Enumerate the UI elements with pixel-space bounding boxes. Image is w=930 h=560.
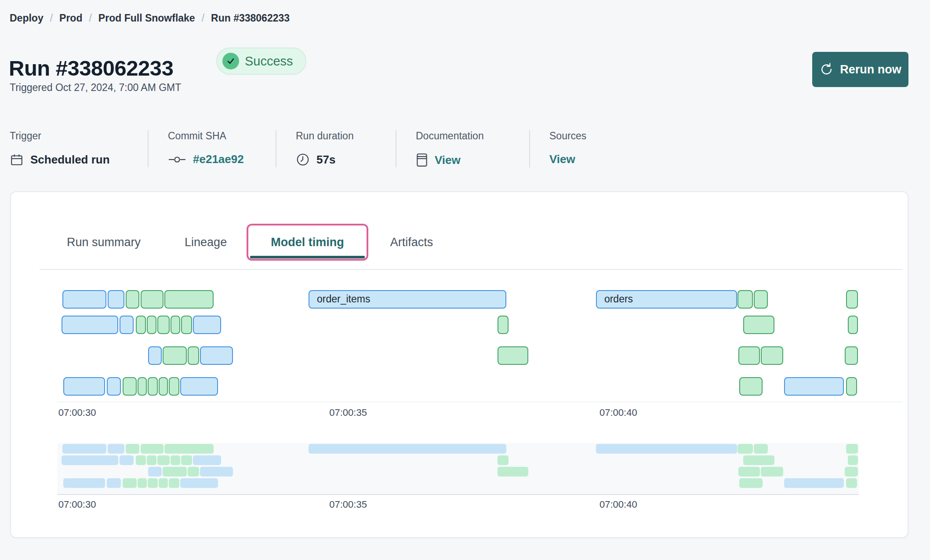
- gantt-bar[interactable]: [163, 346, 187, 365]
- run-meta-row: Trigger Scheduled run Commit SHA #e21ae9…: [10, 130, 643, 167]
- overview-bar: [169, 478, 179, 488]
- gantt-bar[interactable]: [107, 377, 121, 396]
- gantt-bar[interactable]: [138, 377, 147, 396]
- gantt-bar[interactable]: [136, 316, 146, 334]
- overview-bar: [148, 478, 158, 488]
- overview-row: [57, 444, 859, 454]
- sources-view-link[interactable]: View: [549, 153, 575, 166]
- gantt-bar[interactable]: [141, 290, 163, 309]
- gantt-bar[interactable]: [498, 346, 528, 365]
- gantt-bar[interactable]: [169, 377, 179, 396]
- overview-bar: [163, 467, 187, 476]
- gantt-bar[interactable]: [108, 290, 124, 309]
- gantt-bar[interactable]: [743, 316, 774, 334]
- gantt-bar[interactable]: [846, 290, 858, 309]
- overview-bar: [107, 478, 121, 488]
- model-timing-highlight-box: Model timing: [247, 224, 368, 261]
- gantt-bar[interactable]: [188, 346, 199, 365]
- gantt-bar[interactable]: [845, 346, 858, 365]
- axis-tick: 07:00:30: [58, 499, 96, 510]
- gantt-row: [57, 346, 859, 365]
- breadcrumb-environment[interactable]: Prod Full Snowflake: [98, 12, 195, 24]
- overview-bar: [784, 478, 844, 488]
- gantt-bar[interactable]: [761, 346, 783, 365]
- overview-bar: [846, 478, 857, 488]
- overview-bar: [108, 444, 124, 454]
- run-detail-page: Deploy / Prod / Prod Full Snowflake / Ru…: [0, 0, 930, 560]
- overview-bar: [846, 444, 858, 454]
- tab-lineage[interactable]: Lineage: [185, 236, 227, 249]
- overview-axis-labels: 07:00:3007:00:3507:00:40: [57, 499, 859, 512]
- gantt-bar[interactable]: [120, 316, 134, 334]
- overview-bar: [159, 478, 168, 488]
- axis-tick: 07:00:30: [58, 407, 96, 418]
- gantt-bar[interactable]: [159, 377, 168, 396]
- gantt-bar[interactable]: [148, 346, 162, 365]
- status-badge: Success: [216, 47, 306, 75]
- gantt-bar[interactable]: orders: [596, 290, 737, 309]
- overview-bar: [180, 478, 218, 488]
- meta-documentation-label: Documentation: [416, 130, 529, 142]
- gantt-bar[interactable]: [738, 346, 760, 365]
- gantt-bar[interactable]: [148, 377, 158, 396]
- gantt-bar[interactable]: [846, 377, 857, 396]
- gantt-bar[interactable]: [737, 290, 753, 309]
- gantt-bar[interactable]: [754, 290, 768, 309]
- run-detail-card: Run summary Lineage Model timing Artifac…: [10, 191, 908, 538]
- overview-bar: [147, 455, 156, 465]
- overview-bar: [138, 478, 147, 488]
- gantt-bar[interactable]: [147, 316, 156, 334]
- overview-bar: [188, 467, 199, 476]
- gantt-bar[interactable]: [498, 316, 509, 334]
- tab-artifacts[interactable]: Artifacts: [390, 236, 433, 249]
- gantt-bar[interactable]: [848, 316, 858, 334]
- commit-sha-link[interactable]: #e21ae92: [193, 153, 244, 166]
- gantt-bar[interactable]: [164, 290, 214, 309]
- meta-duration-label: Run duration: [296, 130, 396, 142]
- status-badge-label: Success: [245, 54, 293, 69]
- gantt-bar[interactable]: [739, 377, 763, 396]
- overview-bar: [136, 455, 146, 465]
- gantt-bar[interactable]: [62, 316, 118, 334]
- gantt-row: [57, 377, 859, 396]
- breadcrumb-run[interactable]: Run #338062233: [211, 12, 290, 24]
- overview-bar: [498, 467, 528, 476]
- tab-model-timing[interactable]: Model timing: [271, 236, 344, 249]
- breadcrumb-separator: /: [89, 12, 91, 24]
- gantt-bar[interactable]: [193, 316, 221, 334]
- refresh-icon: [819, 62, 833, 76]
- gantt-axis-labels: 07:00:3007:00:3507:00:40: [57, 407, 859, 420]
- gantt-bar[interactable]: order_items: [309, 290, 506, 309]
- gantt-bar[interactable]: [181, 316, 192, 334]
- gantt-bar[interactable]: [123, 377, 137, 396]
- gantt-bar[interactable]: [62, 290, 106, 309]
- overview-bar: [148, 467, 162, 476]
- overview-bar: [120, 455, 134, 465]
- axis-tick: 07:00:35: [329, 499, 367, 510]
- gantt-bar-label: orders: [597, 291, 736, 307]
- gantt-bar[interactable]: [63, 377, 105, 396]
- breadcrumb-prod[interactable]: Prod: [59, 12, 82, 24]
- gantt-bar[interactable]: [784, 377, 844, 396]
- meta-trigger: Trigger Scheduled run: [10, 130, 148, 167]
- timing-overview-brush[interactable]: [57, 443, 859, 495]
- gantt-bar[interactable]: [157, 316, 170, 334]
- success-check-icon: [222, 53, 239, 69]
- gantt-bar[interactable]: [171, 316, 180, 334]
- overview-bar: [845, 467, 858, 476]
- gantt-bar-label: order_items: [309, 291, 505, 307]
- documentation-view-link[interactable]: View: [435, 153, 461, 167]
- gantt-bar[interactable]: [200, 346, 233, 365]
- gantt-bar[interactable]: [126, 290, 139, 309]
- axis-tick: 07:00:40: [599, 499, 637, 510]
- breadcrumb: Deploy / Prod / Prod Full Snowflake / Ru…: [10, 12, 290, 24]
- gantt-bar[interactable]: [180, 377, 218, 396]
- axis-tick: 07:00:40: [599, 407, 637, 418]
- tab-bar: Run summary Lineage Model timing Artifac…: [67, 215, 433, 270]
- rerun-now-button[interactable]: Rerun now: [812, 52, 908, 87]
- overview-bar: [181, 455, 192, 465]
- meta-documentation: Documentation View: [396, 130, 529, 167]
- tab-run-summary[interactable]: Run summary: [67, 236, 141, 249]
- breadcrumb-deploy[interactable]: Deploy: [10, 12, 44, 24]
- breadcrumb-separator: /: [202, 12, 204, 24]
